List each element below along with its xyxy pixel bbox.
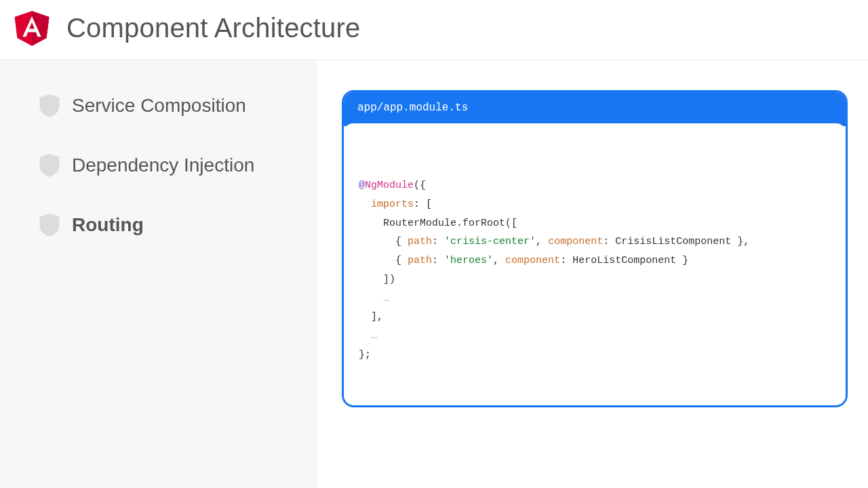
sidebar-item-label: Dependency Injection [72,155,254,176]
sidebar: Service Composition Dependency Injection… [0,60,317,487]
main: app/app.module.ts @NgModule({ imports: [… [317,60,868,487]
shield-icon [39,214,60,237]
body: Service Composition Dependency Injection… [0,60,868,487]
sidebar-item-label: Service Composition [72,95,246,117]
sidebar-item-label: Routing [72,214,144,236]
sidebar-item-service-composition[interactable]: Service Composition [39,94,297,117]
code-block: @NgModule({ imports: [ RouterModule.forR… [344,123,846,405]
shield-icon [39,94,60,117]
code-filename: app/app.module.ts [344,92,846,126]
header: Component Architecture [0,0,868,60]
sidebar-item-routing[interactable]: Routing [39,214,297,237]
angular-logo-icon [12,8,52,47]
code-card: app/app.module.ts @NgModule({ imports: [… [342,90,848,407]
shield-icon [39,154,60,177]
sidebar-item-dependency-injection[interactable]: Dependency Injection [39,154,297,177]
page-title: Component Architecture [66,13,361,43]
